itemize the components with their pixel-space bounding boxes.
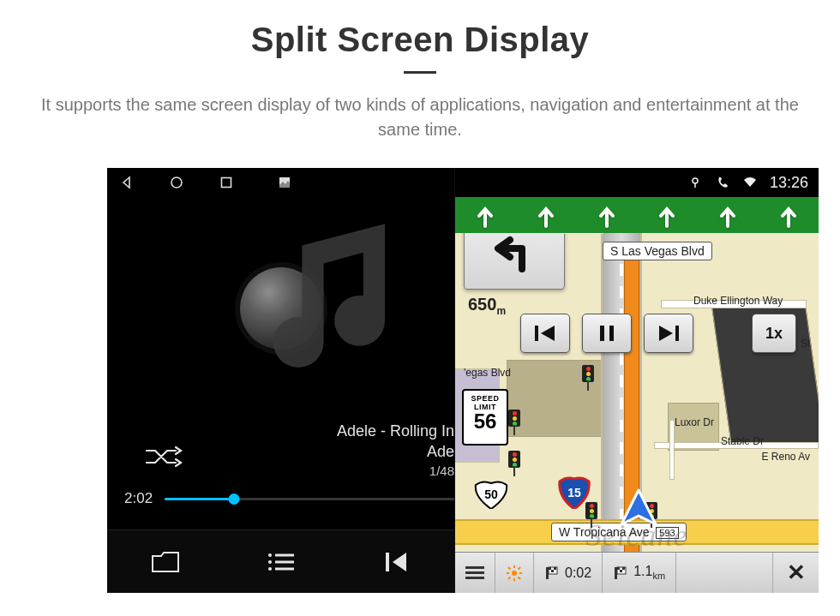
- highway-shield: 50: [474, 480, 508, 509]
- svg-rect-19: [465, 577, 484, 579]
- svg-rect-15: [609, 326, 614, 341]
- vehicle-cursor-icon: [615, 487, 663, 538]
- street-label: Stable Dr: [714, 434, 771, 449]
- interstate-shield: 15: [558, 476, 592, 505]
- track-metadata: Adele - Rolling In Ade 1/48: [337, 421, 454, 480]
- svg-rect-17: [465, 566, 484, 569]
- lane-arrow-icon: [657, 202, 676, 228]
- svg-point-7: [268, 567, 272, 571]
- track-index: 1/48: [337, 463, 454, 480]
- nav-eta-time: 0:02: [534, 553, 603, 593]
- page-subtitle: It supports the same screen display of t…: [0, 93, 840, 142]
- picture-icon[interactable]: [277, 175, 292, 190]
- lane-arrow-icon: [476, 202, 495, 228]
- location-icon: [687, 175, 703, 190]
- title-underline: [404, 71, 436, 74]
- svg-point-0: [171, 177, 182, 188]
- music-player-pane: Adele - Rolling In Ade 1/48 2:02: [107, 168, 455, 593]
- nav-settings-button[interactable]: [495, 553, 534, 593]
- nav-menu-button[interactable]: [455, 553, 495, 593]
- lane-arrow-icon: [779, 202, 798, 228]
- progress-row: 2:02: [124, 490, 454, 507]
- svg-point-5: [268, 560, 272, 564]
- svg-line-26: [519, 577, 521, 579]
- svg-rect-36: [617, 567, 620, 570]
- nav-close-button[interactable]: ✕: [772, 553, 819, 593]
- music-bottom-bar: [107, 529, 454, 593]
- speed-limit-sign: SPEED LIMIT 56: [462, 389, 508, 446]
- svg-rect-18: [465, 571, 484, 574]
- street-label: S Las Vegas Blvd: [603, 242, 712, 260]
- flag-icon: [544, 565, 560, 581]
- sim-prev-button[interactable]: [520, 314, 570, 353]
- nav-eta-distance: 1.1km: [603, 553, 676, 593]
- turn-main-distance: 650m: [465, 295, 508, 317]
- street-label: 'egas Blvd: [457, 365, 518, 380]
- nav-bottom-bar: 0:02 1.1km ✕: [455, 552, 819, 593]
- svg-rect-33: [551, 570, 554, 572]
- previous-track-icon[interactable]: [380, 545, 414, 579]
- folder-icon[interactable]: [148, 545, 183, 579]
- android-statusbar: 13:26: [455, 168, 819, 197]
- track-title: Adele - Rolling In: [337, 421, 454, 441]
- shuffle-button[interactable]: [143, 444, 183, 473]
- recents-icon[interactable]: [219, 175, 234, 190]
- lane-arrow-icon: [537, 202, 555, 228]
- svg-point-20: [512, 571, 517, 576]
- device-screenshot: Adele - Rolling In Ade 1/48 2:02: [107, 168, 819, 593]
- svg-point-10: [693, 178, 698, 183]
- lane-guidance-bar: [455, 197, 819, 233]
- svg-line-25: [508, 567, 511, 570]
- svg-line-27: [508, 577, 511, 579]
- turn-left-icon: [491, 231, 537, 272]
- page-title: Split Screen Display: [0, 21, 840, 59]
- street-label: Luxor Dr: [668, 415, 721, 430]
- svg-text:50: 50: [484, 487, 498, 501]
- svg-text:15: 15: [567, 486, 581, 499]
- flag-icon: [613, 565, 628, 581]
- lane-arrow-icon: [597, 202, 616, 228]
- svg-rect-4: [275, 553, 294, 556]
- sim-next-button[interactable]: [644, 314, 693, 353]
- svg-rect-37: [622, 567, 625, 570]
- svg-rect-16: [675, 326, 679, 341]
- playlist-icon[interactable]: [264, 545, 298, 579]
- back-icon[interactable]: [119, 175, 135, 190]
- home-icon[interactable]: [169, 175, 184, 190]
- simulation-controls: 1x: [520, 312, 796, 355]
- svg-rect-9: [386, 553, 389, 571]
- svg-rect-8: [275, 567, 294, 570]
- svg-rect-13: [535, 326, 538, 341]
- svg-rect-32: [554, 567, 556, 570]
- seek-bar[interactable]: [165, 498, 454, 500]
- svg-line-28: [519, 567, 521, 570]
- track-artist: Ade: [337, 441, 454, 462]
- svg-point-3: [268, 553, 272, 557]
- wifi-icon: [742, 175, 758, 190]
- street-label: E Reno Av: [755, 449, 817, 464]
- svg-rect-6: [275, 560, 294, 563]
- lane-arrow-icon: [718, 202, 737, 228]
- phone-icon: [715, 175, 730, 190]
- svg-rect-38: [620, 570, 622, 572]
- svg-rect-14: [600, 326, 604, 341]
- street-label: Duke Ellington Way: [687, 293, 789, 308]
- album-art-area: [107, 197, 454, 420]
- navigation-pane: 13:26 S: [455, 168, 819, 593]
- sim-speed-button[interactable]: 1x: [752, 314, 796, 353]
- svg-rect-31: [549, 567, 551, 570]
- music-note-icon: [259, 202, 439, 382]
- clock-time: 13:26: [770, 174, 808, 192]
- android-navbar: [107, 168, 454, 197]
- elapsed-time: 2:02: [124, 490, 153, 507]
- sim-pause-button[interactable]: [582, 314, 632, 353]
- svg-rect-1: [222, 178, 231, 188]
